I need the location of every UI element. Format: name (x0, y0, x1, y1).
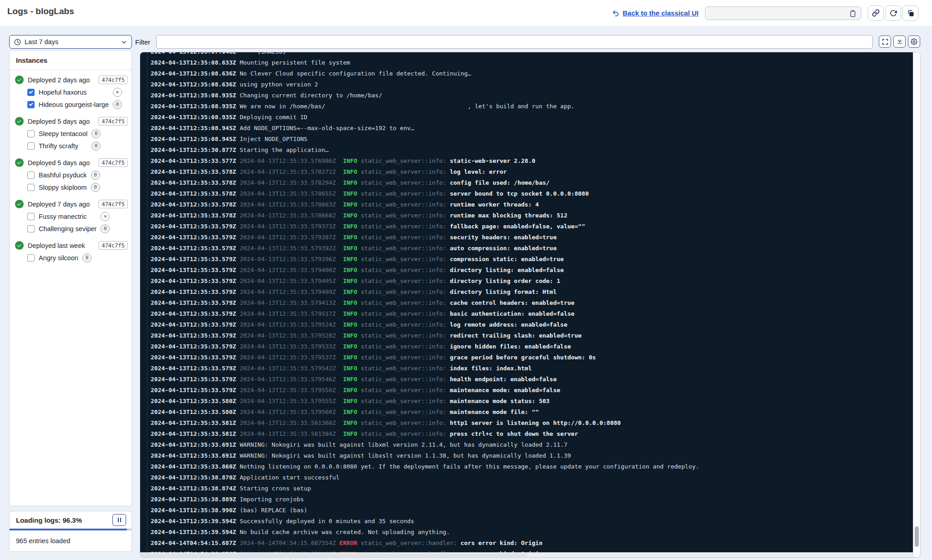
log-module: static_web_server::info: (357, 310, 446, 317)
vertical-scrollbar-thumb[interactable] (915, 526, 919, 547)
instance-checkbox[interactable] (27, 225, 35, 232)
log-app-timestamp: 2024-04-13T12:35:33.579550Z (236, 387, 336, 394)
log-line: 2024-04-13T12:35:33.691Z WARNING: Nokogi… (151, 450, 699, 461)
log-app-timestamp: 2024-04-13T12:35:33.579528Z (236, 332, 336, 339)
log-line: 2024-04-13T12:35:33.579Z 2024-04-13T12:3… (151, 243, 699, 254)
log-module: static_web_server::info: (357, 223, 446, 230)
log-line: 2024-04-13T12:35:38.870Z Application sta… (151, 472, 699, 483)
log-line: 2024-04-13T12:35:38.874Z Starting crons … (151, 483, 699, 494)
log-module: static_web_server::info: (357, 245, 446, 252)
deployment-group-header: Deployed last week474c7f5 (15, 239, 128, 252)
date-range-input[interactable] (705, 6, 861, 20)
duplicate-button[interactable] (902, 5, 918, 21)
instance-checkbox[interactable] (27, 142, 35, 150)
log-message: runtime max blocking threads: 512 (446, 212, 567, 219)
log-timestamp: 2024-04-13T12:35:33.579Z (151, 299, 236, 306)
log-line: 2024-04-13T12:35:33.578Z 2024-04-13T12:3… (151, 199, 699, 210)
log-timestamp: 2024-04-13T12:35:33.579Z (151, 267, 236, 273)
log-output[interactable]: 2024-04-13T12:35:07.048Z ' [SHA256] '202… (140, 52, 913, 552)
log-message: compression static: enabled=true (446, 256, 564, 262)
log-level: INFO (336, 179, 357, 186)
settings-button[interactable] (908, 35, 920, 48)
refresh-button[interactable] (885, 5, 901, 21)
log-app-timestamp: 2024-04-13T12:35:33.579537Z (236, 354, 336, 361)
log-timestamp: 2024-04-13T12:35:30.877Z (151, 146, 236, 153)
log-timestamp: 2024-04-13T12:35:33.580Z (151, 409, 236, 415)
filter-input[interactable] (156, 35, 873, 49)
log-timestamp: 2024-04-13T12:35:33.578Z (151, 179, 236, 186)
log-message: log level: error (446, 168, 507, 175)
log-app-timestamp: 2024-04-13T12:35:33.579533Z (236, 343, 336, 350)
instance-name: Sloppy skiploom (39, 184, 87, 191)
deployment-group: Deployed 7 days ago474c7f5Fussy manectri… (15, 198, 128, 235)
log-level: INFO (336, 354, 357, 361)
log-module: static_web_server::info: (357, 409, 446, 415)
instance-checkbox[interactable] (27, 184, 35, 191)
log-line: 2024-04-13T12:35:33.580Z 2024-04-13T12:3… (151, 407, 699, 418)
instance-list: Bashful psyduck0Sloppy skiploom0 (27, 169, 128, 193)
log-message: basic authentication: enabled=false (446, 310, 575, 317)
loading-logs-panel: Loading logs: 96.3% 965 entries loaded (9, 511, 132, 552)
log-line: 2024-04-13T12:35:33.579Z 2024-04-13T12:3… (151, 265, 699, 276)
log-message: No build cache archive was created. Not … (236, 529, 450, 535)
instance-checkbox[interactable] (27, 172, 35, 179)
log-message: Deploying commit ID (236, 114, 308, 121)
log-timestamp: 2024-04-13T12:35:33.581Z (151, 430, 236, 437)
log-line: 2024-04-13T12:35:33.691Z WARNING: Nokogi… (151, 439, 699, 450)
log-level: INFO (336, 365, 357, 372)
vertical-scrollbar[interactable] (913, 52, 920, 557)
log-message: We are now in /home/bas/ , let's build a… (236, 103, 575, 110)
fullscreen-button[interactable] (879, 35, 891, 48)
filter-label: Filter (135, 38, 150, 46)
log-message: security headers: enabled=true (446, 234, 557, 241)
log-line: 2024-04-13T12:35:08.636Z using python ve… (151, 79, 699, 90)
gear-icon (911, 38, 917, 45)
log-module: static_web_server::info: (357, 256, 446, 262)
log-timestamp: 2024-04-13T12:35:33.579Z (151, 321, 236, 328)
instance-checkbox[interactable] (27, 101, 35, 108)
log-app-timestamp: 2024-04-13T12:35:33.579546Z (236, 376, 336, 383)
log-app-timestamp: 2024-04-14T04:54:15.687554Z (236, 540, 336, 546)
time-range-select[interactable]: Last 7 days (9, 35, 132, 49)
scroll-to-bottom-button[interactable] (893, 35, 906, 48)
horizontal-scrollbar[interactable] (140, 552, 913, 557)
log-line: 2024-04-13T12:35:33.581Z 2024-04-13T12:3… (151, 429, 699, 439)
copy-link-button[interactable] (868, 5, 884, 21)
back-to-classical-ui-link[interactable]: Back to the classical UI (612, 9, 699, 17)
log-module: static_web_server::info: (357, 332, 446, 339)
divider (10, 70, 132, 70)
deployment-group-header: Deployed 2 days ago474c7f5 (15, 74, 128, 86)
log-module: static_web_server::info: (357, 288, 446, 295)
log-timestamp: 2024-04-13T12:35:08.636Z (151, 70, 236, 77)
log-message: Add NODE_OPTIONS=--max-old-space-size=19… (236, 125, 414, 131)
instance-checkbox[interactable] (27, 254, 35, 262)
log-timestamp: 2024-04-13T12:35:08.945Z (151, 136, 236, 142)
instance-count-badge: 0 (91, 183, 100, 192)
log-message: directory listing: enabled=false (446, 267, 564, 273)
pause-button[interactable] (112, 514, 126, 526)
log-timestamp: 2024-04-13T12:35:33.579Z (151, 223, 236, 230)
log-module: static_web_server::info: (357, 354, 446, 361)
log-line: 2024-04-13T12:35:33.578Z 2024-04-13T12:3… (151, 166, 699, 177)
log-message: grace period before graceful shutdown: 0… (446, 354, 596, 361)
log-message: health endpoint: enabled=false (446, 376, 557, 383)
log-module: static_web_server::info: (357, 376, 446, 383)
horizontal-scrollbar-thumb[interactable] (140, 554, 527, 557)
log-message: Starting the application… (236, 146, 329, 153)
log-app-timestamp: 2024-04-13T12:35:33.581368Z (236, 419, 336, 426)
log-timestamp: 2024-04-13T12:35:33.579Z (151, 354, 236, 361)
log-timestamp: 2024-04-14T04:54:15.687Z (151, 540, 236, 546)
deployment-success-icon (15, 158, 24, 167)
log-level: ERROR (336, 540, 357, 546)
log-line: 2024-04-13T12:35:33.577Z 2024-04-13T12:3… (151, 156, 699, 166)
instance-checkbox[interactable] (27, 89, 35, 96)
log-timestamp: 2024-04-13T12:35:38.990Z (151, 507, 236, 514)
log-line: 2024-04-13T12:35:33.860Z Nothing listeni… (151, 461, 699, 472)
log-timestamp: 2024-04-13T12:35:33.578Z (151, 212, 236, 219)
log-module: static_web_server::info: (357, 277, 446, 284)
log-level: INFO (336, 267, 357, 273)
log-module: static_web_server::info: (357, 157, 446, 164)
instance-checkbox[interactable] (27, 130, 35, 137)
instance-checkbox[interactable] (27, 213, 35, 220)
instance-name: Fussy manectric (39, 213, 96, 220)
